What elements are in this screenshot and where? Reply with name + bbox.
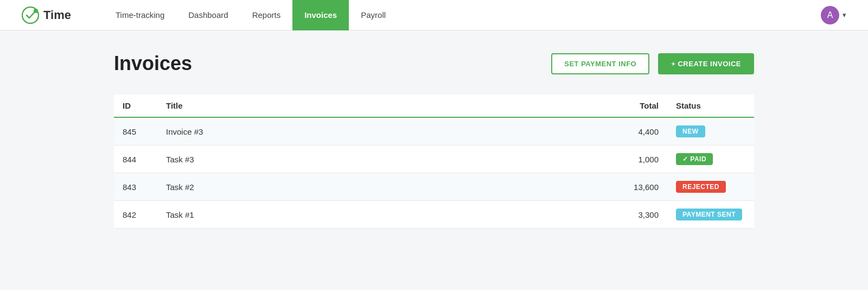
cell-status: PAID <box>667 146 754 173</box>
table-row[interactable]: 843Task #213,600REJECTED <box>114 173 754 201</box>
avatar[interactable]: A <box>821 6 839 24</box>
cell-total: 1,000 <box>591 146 667 173</box>
cell-total: 4,400 <box>591 117 667 146</box>
nav-item-time-tracking[interactable]: Time-tracking <box>104 0 176 30</box>
page-title: Invoices <box>114 52 192 75</box>
header-actions: SET PAYMENT INFO + CREATE INVOICE <box>551 53 754 74</box>
table-header: ID Title Total Status <box>114 94 754 117</box>
col-header-total: Total <box>591 94 667 117</box>
nav-right: A ▾ <box>821 6 846 24</box>
nav-item-dashboard[interactable]: Dashboard <box>176 0 240 30</box>
table-row[interactable]: 842Task #13,300PAYMENT SENT <box>114 201 754 229</box>
cell-id: 843 <box>114 173 157 201</box>
cell-title: Invoice #3 <box>157 117 591 146</box>
cell-status: REJECTED <box>667 173 754 201</box>
table-row[interactable]: 845Invoice #34,400NEW <box>114 117 754 146</box>
cell-total: 3,300 <box>591 201 667 229</box>
avatar-initial: A <box>827 10 833 20</box>
app-name: Time <box>43 8 71 22</box>
status-badge: PAYMENT SENT <box>676 209 742 220</box>
col-header-id: ID <box>114 94 157 117</box>
nav-item-invoices[interactable]: Invoices <box>292 0 349 30</box>
set-payment-info-button[interactable]: SET PAYMENT INFO <box>551 53 649 74</box>
cell-status: NEW <box>667 117 754 146</box>
cell-title: Task #2 <box>157 173 591 201</box>
cell-title: Task #3 <box>157 146 591 173</box>
cell-status: PAYMENT SENT <box>667 201 754 229</box>
invoice-table: ID Title Total Status 845Invoice #34,400… <box>114 94 754 229</box>
status-badge: PAID <box>676 153 713 165</box>
nav-links: Time-tracking Dashboard Reports Invoices… <box>104 0 821 30</box>
cell-id: 844 <box>114 146 157 173</box>
logo-icon <box>22 7 39 24</box>
status-badge: REJECTED <box>676 181 726 193</box>
nav-item-payroll[interactable]: Payroll <box>349 0 398 30</box>
cell-id: 842 <box>114 201 157 229</box>
col-header-status: Status <box>667 94 754 117</box>
create-invoice-button[interactable]: + CREATE INVOICE <box>658 53 754 74</box>
table-body: 845Invoice #34,400NEW844Task #31,000PAID… <box>114 117 754 229</box>
app-logo[interactable]: Time <box>22 7 71 24</box>
main-content: Invoices SET PAYMENT INFO + CREATE INVOI… <box>81 30 787 250</box>
col-header-title: Title <box>157 94 591 117</box>
avatar-caret: ▾ <box>843 11 846 19</box>
status-badge: NEW <box>676 125 705 137</box>
navbar: Time Time-tracking Dashboard Reports Inv… <box>0 0 868 30</box>
cell-total: 13,600 <box>591 173 667 201</box>
nav-item-reports[interactable]: Reports <box>240 0 293 30</box>
cell-id: 845 <box>114 117 157 146</box>
cell-title: Task #1 <box>157 201 591 229</box>
table-row[interactable]: 844Task #31,000PAID <box>114 146 754 173</box>
svg-point-1 <box>34 9 38 13</box>
page-header: Invoices SET PAYMENT INFO + CREATE INVOI… <box>114 52 754 75</box>
